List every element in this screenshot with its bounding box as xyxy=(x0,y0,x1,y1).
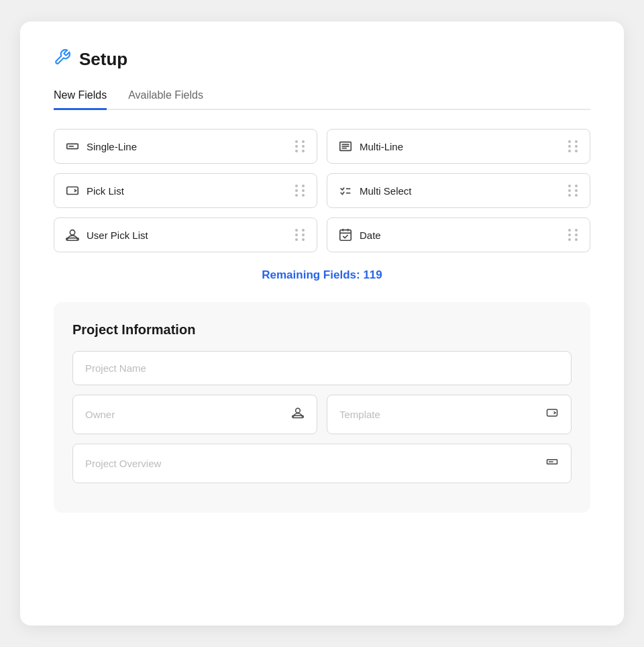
field-grid: Single-Line Multi-Line xyxy=(54,129,590,252)
drag-handle xyxy=(295,140,306,152)
tabs-container: New Fields Available Fields xyxy=(54,89,590,110)
multi-line-label: Multi-Line xyxy=(360,141,403,152)
single-line-icon xyxy=(65,139,80,154)
pick-list-label: Pick List xyxy=(87,185,124,197)
multi-select-icon xyxy=(338,183,353,198)
svg-rect-16 xyxy=(292,415,304,417)
svg-point-9 xyxy=(70,230,74,235)
multi-select-label: Multi Select xyxy=(360,185,412,197)
page-title: Setup xyxy=(79,49,127,70)
remaining-fields: Remaining Fields: 119 xyxy=(54,268,590,282)
svg-rect-11 xyxy=(340,230,352,241)
field-item-single-line[interactable]: Single-Line xyxy=(54,129,317,164)
field-item-multi-line[interactable]: Multi-Line xyxy=(327,129,590,164)
tab-available-fields[interactable]: Available Fields xyxy=(128,89,203,110)
user-pick-list-label: User Pick List xyxy=(87,230,148,241)
user-pick-list-icon xyxy=(65,228,80,242)
field-item-date[interactable]: Date xyxy=(327,217,590,252)
multi-line-icon xyxy=(338,139,353,154)
tab-new-fields[interactable]: New Fields xyxy=(54,89,107,110)
project-name-placeholder: Project Name xyxy=(85,362,146,374)
svg-rect-10 xyxy=(66,238,78,241)
template-placeholder: Template xyxy=(339,409,380,420)
field-item-multi-select[interactable]: Multi Select xyxy=(327,173,590,208)
project-section: Project Information Project Name Owner xyxy=(54,302,590,513)
project-name-row: Project Name xyxy=(72,351,572,385)
pick-list-icon xyxy=(65,183,80,198)
drag-handle xyxy=(568,229,579,241)
drag-handle xyxy=(568,185,579,197)
drag-handle xyxy=(568,140,579,152)
project-overview-input[interactable]: Project Overview xyxy=(72,444,572,483)
overview-icon xyxy=(545,455,559,472)
owner-input[interactable]: Owner xyxy=(72,395,317,434)
field-item-pick-list[interactable]: Pick List xyxy=(54,173,317,208)
drag-handle xyxy=(295,185,306,197)
section-title: Project Information xyxy=(72,322,572,338)
owner-icon xyxy=(291,406,305,423)
date-icon xyxy=(338,228,353,242)
project-overview-placeholder: Project Overview xyxy=(85,458,161,469)
date-label: Date xyxy=(360,230,381,241)
project-overview-row: Project Overview xyxy=(72,444,572,483)
main-card: Setup New Fields Available Fields Single… xyxy=(20,21,624,626)
template-icon xyxy=(545,406,559,423)
owner-template-row: Owner Template xyxy=(72,395,572,434)
svg-point-15 xyxy=(296,408,301,413)
header: Setup xyxy=(54,48,590,70)
drag-handle xyxy=(295,229,306,241)
template-input[interactable]: Template xyxy=(327,395,572,434)
owner-placeholder: Owner xyxy=(85,409,115,420)
single-line-label: Single-Line xyxy=(87,141,137,152)
setup-icon xyxy=(54,48,71,70)
field-item-user-pick-list[interactable]: User Pick List xyxy=(54,217,317,252)
project-name-input[interactable]: Project Name xyxy=(72,351,572,385)
